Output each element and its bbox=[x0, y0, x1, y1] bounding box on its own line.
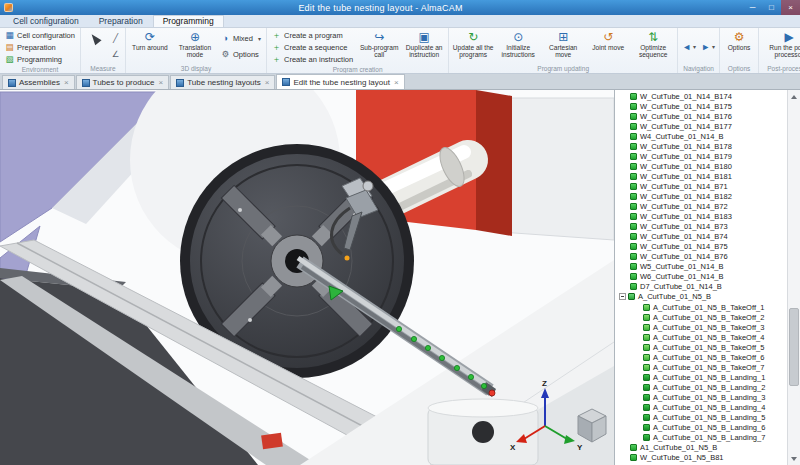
tree-item-label: W_CutTube_01_N14_B174 bbox=[640, 92, 732, 101]
operation-icon bbox=[643, 404, 650, 411]
ruler-icon: ╱ bbox=[111, 34, 120, 43]
machine-3d-view[interactable]: Z X Y bbox=[0, 90, 614, 465]
ribbon-tab-label: Preparation bbox=[99, 16, 143, 26]
close-tab-icon[interactable]: × bbox=[64, 78, 69, 87]
operation-icon bbox=[643, 344, 650, 351]
tree-item[interactable]: W_CutTube_01_N14_B72 bbox=[615, 202, 787, 212]
tree-item[interactable]: A_CutTube_01_N5_B_TakeOff_5 bbox=[615, 342, 787, 352]
tree-item[interactable]: W6_CutTube_01_N14_B bbox=[615, 272, 787, 282]
tree-item[interactable]: W_CutTube_01_N14_B182 bbox=[615, 191, 787, 201]
tree-item[interactable]: A_CutTube_01_N5_B_Landing_1 bbox=[615, 372, 787, 382]
navigate-next-button[interactable]: ► bbox=[699, 42, 717, 52]
minimize-button[interactable]: ─ bbox=[743, 0, 762, 15]
run-post-processor-button[interactable]: ▶ Run the post-processor bbox=[761, 29, 800, 64]
group-label-program-updating: Program updating bbox=[451, 64, 675, 73]
tree-item[interactable]: A_CutTube_01_N5_B_Landing_7 bbox=[615, 433, 787, 443]
select-tool-button[interactable] bbox=[83, 29, 107, 64]
tree-item[interactable]: W_CutTube_01_N5_B81 bbox=[615, 453, 787, 463]
duplicate-instruction-button[interactable]: ▣ Duplicate an instruction bbox=[402, 29, 446, 65]
tree-item[interactable]: W_CutTube_01_N14_B74 bbox=[615, 232, 787, 242]
tree-item[interactable]: A_CutTube_01_N5_B_Landing_5 bbox=[615, 413, 787, 423]
tree-item-label: W_CutTube_01_N14_B176 bbox=[640, 112, 732, 121]
tree-item[interactable]: W_CutTube_01_N14_B76 bbox=[615, 252, 787, 262]
close-tab-icon[interactable]: × bbox=[159, 78, 164, 87]
initialize-instructions-button[interactable]: ⊙ Initialize instructions bbox=[496, 29, 540, 64]
tree-item[interactable]: A_CutTube_01_N5_B_TakeOff_2 bbox=[615, 312, 787, 322]
tree-item[interactable]: A_CutTube_01_N5_B_Landing_6 bbox=[615, 423, 787, 433]
rotate-view-icon: ⟳ bbox=[145, 30, 155, 44]
titlebar: Edit the tube nesting layout - AlmaCAM ─… bbox=[0, 0, 800, 15]
ribbon-tab[interactable]: Programming bbox=[153, 15, 224, 27]
sub-program-icon: ↪ bbox=[374, 30, 384, 44]
tree-item[interactable]: A1_CutTube_01_N5_B bbox=[615, 443, 787, 453]
update-all-programs-button[interactable]: ↻ Update all the programs bbox=[451, 29, 495, 64]
translation-mode-button[interactable]: ⊕ Translation mode bbox=[173, 29, 217, 64]
tree-item[interactable]: A_CutTube_01_N5_B bbox=[615, 292, 787, 302]
document-tab[interactable]: Edit the tube nesting layout × bbox=[276, 74, 404, 89]
expander-icon[interactable] bbox=[619, 293, 626, 300]
ribbon-tab[interactable]: Cell configuration bbox=[3, 15, 89, 27]
tree-item[interactable]: A_CutTube_01_N5_B_TakeOff_6 bbox=[615, 352, 787, 362]
tree-item[interactable]: W_CutTube_01_N14_B73 bbox=[615, 222, 787, 232]
document-tab[interactable]: Tubes to produce × bbox=[76, 75, 170, 89]
preparation-button[interactable]: ▤ Preparation bbox=[2, 41, 78, 53]
create-program-button[interactable]: ＋ Create a program bbox=[269, 29, 356, 41]
tree-item[interactable]: A_CutTube_01_N5_B_TakeOff_7 bbox=[615, 362, 787, 372]
document-tab[interactable]: Tube nesting layouts × bbox=[170, 75, 275, 89]
tree-item[interactable]: W_CutTube_01_N14_B75 bbox=[615, 242, 787, 252]
cell-configuration-button[interactable]: ▦ Cell configuration bbox=[2, 29, 78, 41]
tree-item[interactable]: W_CutTube_01_N14_B176 bbox=[615, 111, 787, 121]
sub-program-call-label: Sub-program call bbox=[358, 44, 400, 59]
turn-around-label: Turn around bbox=[132, 44, 168, 51]
tree-item[interactable]: W_CutTube_01_N14_B180 bbox=[615, 161, 787, 171]
close-button[interactable]: × bbox=[781, 0, 800, 15]
navigate-previous-button[interactable]: ◄ bbox=[680, 42, 698, 52]
measure-angle-button[interactable]: ∠ bbox=[108, 48, 123, 60]
ribbon-tab[interactable]: Preparation bbox=[89, 15, 153, 27]
sub-program-call-button[interactable]: ↪ Sub-program call bbox=[357, 29, 401, 65]
tree-item[interactable]: W_CutTube_01_N14_B177 bbox=[615, 121, 787, 131]
close-tab-icon[interactable]: × bbox=[265, 78, 270, 87]
document-tab[interactable]: Assemblies × bbox=[2, 75, 75, 89]
close-tab-icon[interactable]: × bbox=[394, 78, 399, 87]
initialize-instructions-label: Initialize instructions bbox=[497, 44, 539, 59]
tree-item[interactable]: A_CutTube_01_N5_B_Landing_2 bbox=[615, 382, 787, 392]
tree-item[interactable]: W_CutTube_01_N14_B183 bbox=[615, 212, 787, 222]
tree-item[interactable]: A_CutTube_01_N5_B_Landing_4 bbox=[615, 402, 787, 412]
tree-item[interactable]: W5_CutTube_01_N14_B bbox=[615, 262, 787, 272]
tree-item-label: A_CutTube_01_N5_B_Landing_2 bbox=[653, 383, 765, 392]
display-options-button[interactable]: ⚙ Options bbox=[218, 48, 264, 60]
cartesian-move-button[interactable]: ⊞ Cartesian move bbox=[541, 29, 585, 64]
operation-icon bbox=[630, 103, 637, 110]
turn-around-button[interactable]: ⟳ Turn around bbox=[128, 29, 172, 64]
tree-item[interactable]: W_CutTube_01_N14_B178 bbox=[615, 141, 787, 151]
tree-scrollbar[interactable] bbox=[787, 90, 800, 465]
tree-item[interactable]: D7_CutTube_01_N14_B bbox=[615, 282, 787, 292]
tree-item[interactable]: A_CutTube_01_N5_B_Landing_3 bbox=[615, 392, 787, 402]
tree-item[interactable]: A_CutTube_01_N5_B_TakeOff_1 bbox=[615, 302, 787, 312]
create-sequence-button[interactable]: ＋ Create a sequence bbox=[269, 41, 356, 53]
tree-item[interactable]: W_CutTube_01_N14_B174 bbox=[615, 91, 787, 101]
gear-icon: ⚙ bbox=[734, 30, 745, 44]
mixed-dropdown[interactable]: ◑ Mixed bbox=[218, 33, 264, 45]
options-button[interactable]: ⚙ Options bbox=[722, 29, 756, 64]
operation-icon bbox=[630, 113, 637, 120]
joint-move-button[interactable]: ↺ Joint move bbox=[586, 29, 630, 64]
scroll-up-button[interactable] bbox=[788, 90, 800, 103]
tree-item[interactable]: W_CutTube_01_N14_B175 bbox=[615, 101, 787, 111]
optimize-sequence-button[interactable]: ⇅ Optimize sequence bbox=[631, 29, 675, 64]
tree-item[interactable]: W_CutTube_01_N14_B71 bbox=[615, 181, 787, 191]
scroll-down-button[interactable] bbox=[788, 452, 800, 465]
tree-item[interactable]: W_CutTube_01_N14_B181 bbox=[615, 171, 787, 181]
tree-item[interactable]: A_CutTube_01_N5_B_TakeOff_4 bbox=[615, 332, 787, 342]
maximize-button[interactable]: □ bbox=[762, 0, 781, 15]
scrollbar-thumb[interactable] bbox=[789, 308, 799, 387]
create-instruction-button[interactable]: ＋ Create an instruction bbox=[269, 53, 356, 65]
ribbon-group-program-updating: ↻ Update all the programs ⊙ Initialize i… bbox=[449, 28, 678, 73]
measure-distance-button[interactable]: ╱ bbox=[108, 33, 123, 45]
tree-item[interactable]: W_CutTube_01_N14_B179 bbox=[615, 151, 787, 161]
tree-item[interactable]: A_CutTube_01_N5_B_TakeOff_3 bbox=[615, 322, 787, 332]
document-icon bbox=[8, 79, 16, 87]
programming-button[interactable]: ▧ Programming bbox=[2, 53, 78, 65]
tree-item[interactable]: W4_CutTube_01_N14_B bbox=[615, 131, 787, 141]
